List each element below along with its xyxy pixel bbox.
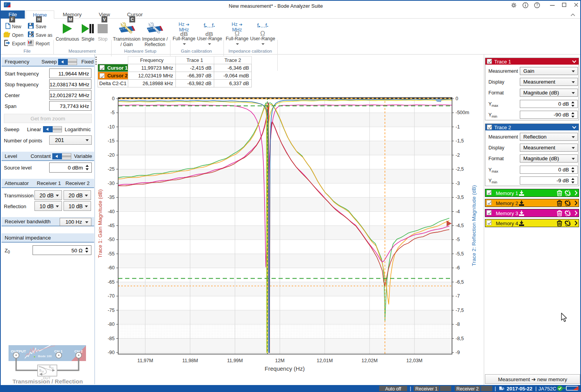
svg-text:?: ?	[536, 3, 538, 7]
svg-text:-4,5: -4,5	[456, 223, 464, 228]
svg-text:-5: -5	[456, 237, 460, 242]
svg-text:-20: -20	[108, 152, 115, 158]
svg-text:12M: 12M	[275, 358, 284, 363]
svg-text:-7: -7	[456, 293, 460, 299]
svg-text:-45: -45	[108, 223, 115, 228]
svg-text:-6: -6	[456, 265, 460, 270]
svg-text:Trace 1: Gain Magnitude (dB): Trace 1: Gain Magnitude (dB)	[97, 189, 103, 258]
svg-text:-5: -5	[110, 110, 115, 115]
svg-text:Bode 100: Bode 100	[38, 354, 52, 358]
svg-text:-30: -30	[108, 181, 115, 186]
svg-text:-2,5: -2,5	[456, 166, 464, 172]
svg-text:-35: -35	[108, 195, 115, 200]
svg-text:-6,5: -6,5	[456, 279, 464, 285]
svg-text:-500m: -500m	[456, 110, 469, 115]
svg-text:-75: -75	[108, 308, 115, 313]
svg-text:0: 0	[456, 96, 458, 101]
svg-text:12,01M: 12,01M	[316, 358, 333, 363]
svg-text:-50: -50	[108, 237, 115, 242]
svg-text:-60: -60	[108, 265, 115, 270]
svg-text:Trace 2: Reflection Magnitude: Trace 2: Reflection Magnitude (dB)	[471, 185, 477, 266]
svg-text:11,99M: 11,99M	[227, 358, 243, 363]
svg-text:12,03M: 12,03M	[406, 358, 423, 363]
svg-text:-9: -9	[456, 350, 460, 355]
svg-text:12,02M: 12,02M	[361, 358, 378, 363]
svg-text:-65: -65	[108, 279, 115, 285]
svg-text:-80: -80	[108, 322, 115, 327]
svg-text:Transmission / Reflection: Transmission / Reflection	[12, 378, 83, 385]
svg-text:-15: -15	[108, 138, 115, 144]
svg-text:-70: -70	[108, 293, 115, 299]
svg-text:Frequency (Hz): Frequency (Hz)	[265, 365, 304, 372]
svg-text:-25: -25	[108, 166, 115, 172]
svg-text:-40: -40	[108, 209, 115, 214]
svg-text:11,97M: 11,97M	[138, 358, 153, 363]
svg-text:-3: -3	[456, 181, 460, 186]
svg-text:-1,5: -1,5	[456, 138, 464, 144]
svg-text:-55: -55	[108, 251, 115, 257]
svg-text:-3,5: -3,5	[456, 195, 464, 200]
svg-text:-10: -10	[108, 124, 115, 130]
svg-text:-4: -4	[456, 209, 460, 214]
svg-text:-5,5: -5,5	[456, 251, 464, 257]
svg-text:-7,5: -7,5	[456, 308, 464, 313]
svg-text:-1: -1	[456, 124, 460, 130]
svg-text:-8: -8	[456, 322, 460, 327]
svg-text:0: 0	[112, 96, 115, 101]
svg-text:-8,5: -8,5	[456, 336, 464, 341]
svg-text:-85: -85	[108, 336, 115, 341]
svg-text:11,98M: 11,98M	[182, 358, 198, 363]
svg-text:-90: -90	[108, 350, 115, 355]
svg-text:-2: -2	[456, 152, 460, 158]
svg-text:OUTPUT: OUTPUT	[11, 349, 26, 353]
